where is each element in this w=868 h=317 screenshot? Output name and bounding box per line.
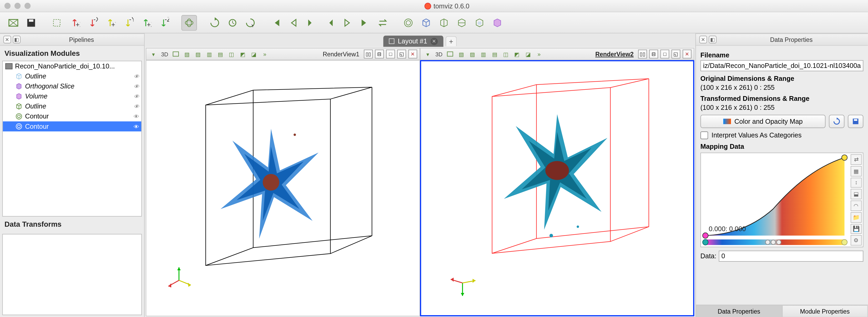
view-menu-icon[interactable]: ▾ [423, 49, 433, 59]
reload-button[interactable] [207, 15, 222, 30]
tree-item-contour-selected[interactable]: Contour👁 [3, 121, 142, 132]
slice-module-button[interactable] [436, 15, 452, 30]
close-view-icon[interactable]: ✕ [408, 50, 417, 58]
view-tool-icon[interactable]: » [534, 49, 544, 59]
play-reverse-button[interactable] [304, 15, 319, 30]
split-h-icon[interactable]: ▯▯ [364, 50, 373, 58]
view-tool-icon[interactable]: ▨ [193, 49, 203, 59]
interpret-categories-checkbox[interactable] [701, 132, 708, 139]
last-frame-button[interactable] [357, 15, 373, 30]
x-minus-icon[interactable]: -X [85, 15, 100, 30]
outline-module-button[interactable] [418, 15, 434, 30]
panel-close-icon[interactable]: ✕ [3, 35, 11, 44]
view-tool-icon[interactable]: ◩ [238, 49, 248, 59]
close-tab-icon[interactable]: ✕ [431, 38, 438, 45]
view-tool-icon[interactable]: ▥ [478, 49, 489, 59]
volume-module-button[interactable] [490, 15, 505, 30]
tab-data-properties[interactable]: Data Properties [696, 305, 782, 317]
tool-icon[interactable]: ⇄ [850, 154, 862, 165]
render-view-1[interactable] [146, 60, 420, 316]
next-frame-button[interactable] [339, 15, 355, 30]
tool-icon[interactable]: ⚙ [850, 235, 862, 246]
view-tool-icon[interactable]: ◫ [226, 49, 237, 59]
y-minus-icon[interactable]: -Y [120, 15, 136, 30]
reload-time-button[interactable] [225, 15, 240, 30]
zoom-window[interactable] [25, 3, 31, 9]
view-tool-icon[interactable]: ▧ [182, 49, 192, 59]
tool-icon[interactable]: ▦ [850, 166, 862, 176]
tool-icon[interactable]: 💾 [850, 224, 862, 234]
view-tool-icon[interactable]: ▨ [467, 49, 477, 59]
rotate-mode-button[interactable] [181, 15, 197, 30]
save-colormap-button[interactable] [848, 115, 863, 128]
threshold-button[interactable] [472, 15, 487, 30]
tab-module-properties[interactable]: Module Properties [782, 305, 868, 317]
panel-detach-icon[interactable]: ◧ [709, 35, 717, 44]
add-tab-button[interactable]: + [445, 36, 457, 46]
view-camera-icon[interactable] [445, 49, 455, 59]
split-v-icon[interactable]: ⊟ [649, 50, 658, 58]
prev-frame-button[interactable] [286, 15, 302, 30]
maximize-icon[interactable]: □ [660, 50, 670, 58]
refresh-colormap-button[interactable] [829, 115, 844, 128]
tree-item-outline-2[interactable]: Outline👁 [3, 102, 142, 111]
y-plus-icon[interactable]: +Y [102, 15, 118, 30]
module-tree[interactable]: Recon_NanoParticle_doi_10.10... Outline👁… [2, 61, 142, 217]
restore-icon[interactable]: ◱ [672, 50, 680, 58]
visibility-icon[interactable]: 👁 [134, 123, 139, 129]
layout-tab[interactable]: Layout #1 ✕ [383, 35, 443, 47]
panel-detach-icon[interactable]: ◧ [13, 35, 21, 44]
ortho-slice-button[interactable] [454, 15, 469, 30]
save-data-button[interactable] [23, 15, 39, 30]
tree-item-contour[interactable]: Contour👁 [3, 111, 142, 121]
tool-icon[interactable]: ↕ [850, 177, 862, 188]
tree-item-outline[interactable]: Outline👁 [3, 71, 142, 81]
tool-icon[interactable]: ◠ [850, 200, 862, 211]
panel-close-icon[interactable]: ✕ [700, 35, 707, 44]
view-tool-icon[interactable]: ◫ [501, 49, 511, 59]
view-camera-icon[interactable] [171, 49, 181, 59]
view-tool-icon[interactable]: » [260, 49, 270, 59]
close-window[interactable] [4, 3, 10, 9]
view-tool-icon[interactable]: ◪ [523, 49, 533, 59]
z-minus-icon[interactable]: -Z [156, 15, 171, 30]
visibility-icon[interactable]: 👁 [134, 113, 139, 119]
tree-item-ortho-slice[interactable]: Orthogonal Slice👁 [3, 81, 142, 91]
first-frame-button[interactable] [268, 15, 283, 30]
visibility-icon[interactable]: 👁 [134, 93, 139, 99]
view-tool-icon[interactable]: ▥ [204, 49, 214, 59]
reset-camera-icon[interactable] [49, 15, 64, 30]
view-3d-button[interactable]: 3D [160, 49, 169, 59]
minimize-window[interactable] [14, 3, 21, 9]
reload-cursor-button[interactable] [243, 15, 258, 30]
open-data-button[interactable] [5, 15, 21, 30]
tree-item-volume[interactable]: Volume👁 [3, 91, 142, 102]
split-h-icon[interactable]: ▯▯ [638, 50, 647, 58]
play-button[interactable] [321, 15, 337, 30]
view-tool-icon[interactable]: ◪ [249, 49, 258, 59]
view-tool-icon[interactable]: ◩ [512, 49, 522, 59]
data-value-field[interactable] [719, 251, 864, 262]
visibility-icon[interactable]: 👁 [134, 103, 139, 109]
view-tool-icon[interactable]: ▧ [456, 49, 466, 59]
tool-icon[interactable]: 📁 [850, 212, 862, 223]
view-tool-icon[interactable]: ▤ [490, 49, 499, 59]
visibility-icon[interactable]: 👁 [134, 83, 139, 89]
contour-module-button[interactable] [401, 15, 416, 30]
z-plus-icon[interactable]: +Z [138, 15, 154, 30]
close-view-icon[interactable]: ✕ [683, 50, 691, 58]
maximize-icon[interactable]: □ [386, 50, 395, 58]
restore-icon[interactable]: ◱ [397, 50, 406, 58]
mapping-editor[interactable]: 0.000: 0.000 ⇄ ▦ ↕ ⬓ ◠ 📁 [701, 153, 864, 248]
view-tool-icon[interactable]: ▤ [215, 49, 225, 59]
render-view-2[interactable] [420, 60, 694, 316]
loop-button[interactable] [375, 15, 391, 30]
tool-icon[interactable]: ⬓ [850, 189, 862, 200]
tree-root-item[interactable]: Recon_NanoParticle_doi_10.10... [3, 61, 142, 71]
view-3d-button[interactable]: 3D [434, 49, 444, 59]
data-transforms-list[interactable] [2, 234, 142, 315]
color-opacity-map-button[interactable]: Color and Opacity Map [701, 115, 826, 128]
view-menu-icon[interactable]: ▾ [149, 49, 159, 59]
visibility-icon[interactable]: 👁 [134, 73, 139, 79]
split-v-icon[interactable]: ⊟ [375, 50, 384, 58]
